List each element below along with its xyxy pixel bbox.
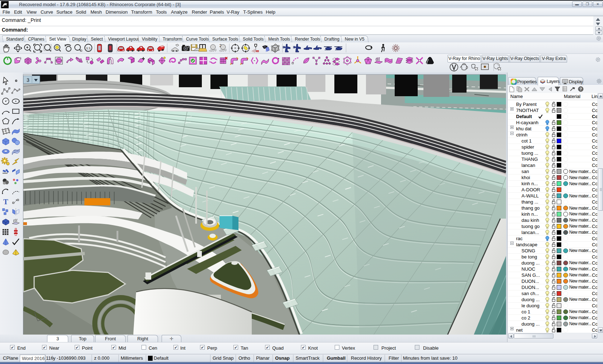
svg-text:?: ? <box>580 87 582 91</box>
svg-text:3: 3 <box>27 77 29 83</box>
svg-text:x: x <box>46 317 47 321</box>
svg-text:z: z <box>34 310 36 313</box>
svg-text:T: T <box>3 198 8 206</box>
svg-text:1:1: 1:1 <box>86 46 91 50</box>
